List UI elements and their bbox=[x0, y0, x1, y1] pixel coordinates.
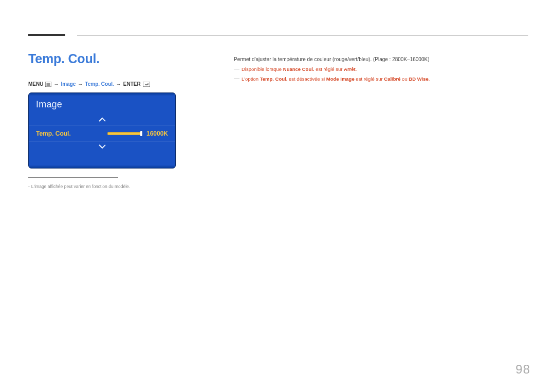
nav-arrow: → bbox=[53, 81, 59, 87]
footnote-rule bbox=[28, 177, 118, 178]
osd-row-value: 16000K bbox=[146, 130, 168, 137]
note2-mid2: est réglé sur bbox=[355, 76, 384, 82]
chevron-down-icon bbox=[98, 142, 106, 151]
note-1: ― Disponible lorsque Nuance Coul. est ré… bbox=[234, 64, 528, 74]
osd-slider[interactable] bbox=[107, 132, 141, 135]
note1-pre: Disponible lorsque bbox=[242, 66, 283, 72]
osd-row-label: Temp. Coul. bbox=[36, 130, 71, 137]
nav-tempcoul: Temp. Coul. bbox=[85, 81, 114, 87]
osd-menu-title: Image bbox=[29, 93, 175, 115]
nav-menu-label: MENU bbox=[28, 81, 43, 87]
note2-b4: BD Wise bbox=[409, 76, 428, 82]
page-title: Temp. Coul. bbox=[28, 51, 100, 66]
note-marker: ― bbox=[234, 64, 239, 73]
nav-image: Image bbox=[61, 81, 76, 87]
note-1-content: Disponible lorsque Nuance Coul. est régl… bbox=[242, 64, 357, 74]
page-number: 98 bbox=[515, 362, 530, 377]
osd-row-tempcoul[interactable]: Temp. Coul. 16000K bbox=[29, 125, 175, 142]
footnote-dash: - bbox=[28, 184, 30, 189]
breadcrumb: MENU → Image → Temp. Coul. → ENTER bbox=[28, 81, 150, 87]
note1-b1: Nuance Coul. bbox=[283, 66, 314, 72]
nav-enter-label: ENTER bbox=[123, 81, 141, 87]
osd-up-row[interactable] bbox=[29, 115, 175, 125]
note2-or: ou bbox=[400, 76, 409, 82]
chevron-up-icon bbox=[98, 115, 106, 124]
note1-mid: est réglé sur bbox=[314, 66, 344, 72]
note1-post: . bbox=[356, 66, 357, 72]
header-accent-bar bbox=[28, 34, 65, 36]
footnote: -L'image affichée peut varier en fonctio… bbox=[28, 184, 130, 189]
note-2: ― L'option Temp. Coul. est désactivée si… bbox=[234, 74, 528, 84]
note2-mid1: est désactivée si bbox=[287, 76, 326, 82]
nav-arrow: → bbox=[78, 81, 83, 87]
description-text: Permet d'ajuster la température de coule… bbox=[234, 54, 528, 64]
enter-icon bbox=[143, 82, 150, 87]
note2-post: . bbox=[429, 76, 430, 82]
menu-icon bbox=[45, 82, 51, 87]
note-marker: ― bbox=[234, 74, 239, 83]
note2-b2: Mode Image bbox=[326, 76, 355, 82]
osd-menu: Image Temp. Coul. 16000K bbox=[28, 92, 176, 169]
nav-arrow: → bbox=[116, 81, 121, 87]
note1-b2: Arrêt bbox=[344, 66, 356, 72]
svg-rect-4 bbox=[143, 82, 150, 87]
osd-down-row[interactable] bbox=[29, 142, 175, 152]
note2-pre: L'option bbox=[242, 76, 260, 82]
description-block: Permet d'ajuster la température de coule… bbox=[234, 54, 528, 84]
note2-b3: Calibré bbox=[384, 76, 400, 82]
note-2-content: L'option Temp. Coul. est désactivée si M… bbox=[242, 74, 430, 84]
header-rule bbox=[77, 35, 528, 35]
footnote-text: L'image affichée peut varier en fonction… bbox=[31, 184, 130, 189]
note2-b1: Temp. Coul. bbox=[260, 76, 288, 82]
